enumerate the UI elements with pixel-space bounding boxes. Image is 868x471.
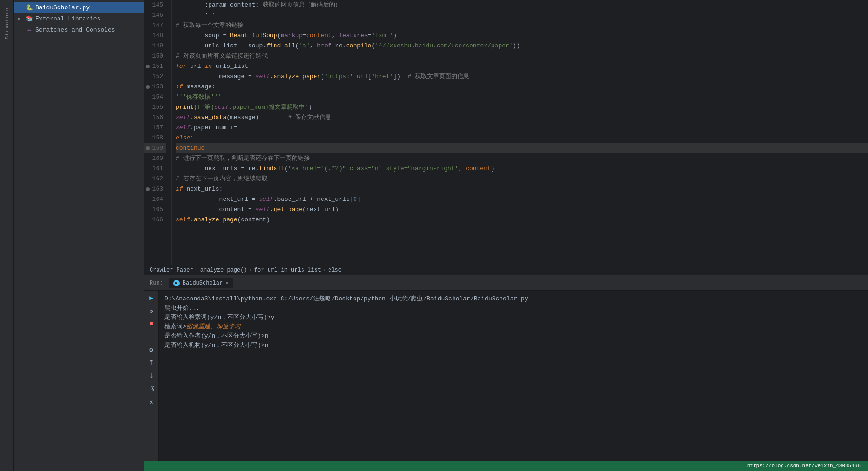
terminal-tabs: Run: ▶ BaiduScholar ✕ (144, 276, 868, 291)
code-view: 1451461471481491501511521531541551561571… (144, 0, 868, 265)
stop-button[interactable]: ■ (146, 318, 157, 329)
line-number: 145 (144, 0, 166, 10)
folder-icon: 📚 (25, 14, 33, 23)
breadcrumb-item-2[interactable]: analyze_page() (200, 267, 247, 273)
status-link: https://blog.csdn.net/weixin_43095466 (743, 463, 864, 469)
main-content: 1451461471481491501511521531541551561571… (144, 0, 868, 471)
code-line: continue (176, 143, 868, 153)
run-button[interactable]: ▶ (146, 292, 157, 303)
terminal-panel: Run: ▶ BaiduScholar ✕ ▶ ↺ ■ ↓ ⚙ ⤒ ⤓ 🖨 ✕ … (144, 275, 868, 461)
sidebar-item-label: BaiduScholar.py (35, 4, 90, 11)
line-number: 161 (144, 164, 166, 174)
tree-arrow: ▶ (18, 16, 25, 21)
down-button[interactable]: ↓ (146, 332, 157, 342)
breadcrumb-sep: › (195, 267, 198, 273)
code-line: soup = BeautifulSoup(markup=content, fea… (176, 31, 868, 41)
line-number: 166 (144, 215, 166, 225)
sidebar-item-external-libraries[interactable]: ▶ 📚 External Libraries (14, 13, 144, 24)
code-line: print(f'第{self.paper_num}篇文章爬取中') (176, 102, 868, 113)
code-line: :param content: 获取的网页信息（解码后的） (176, 0, 868, 10)
code-line: urls_list = soup.find_all('a', href=re.c… (176, 41, 868, 51)
structure-label: Structure (4, 7, 10, 39)
editor-content: 1451461471481491501511521531541551561571… (144, 0, 868, 265)
line-number: 155 (144, 102, 166, 113)
settings-button[interactable]: ⚙ (146, 345, 157, 355)
scroll-bottom-button[interactable]: ⤓ (146, 371, 157, 381)
code-line: self.analyze_page(content) (176, 215, 868, 225)
code-line: if next_urls: (176, 184, 868, 194)
editor-area: 1451461471481491501511521531541551561571… (144, 0, 868, 265)
breadcrumb-item-4[interactable]: else (328, 267, 342, 273)
run-label: Run: (148, 280, 165, 286)
terminal-line: 爬虫开始... (164, 304, 862, 313)
terminal-line: 是否输入机构(y/n，不区分大小写)>n (164, 341, 862, 350)
terminal-line: 是否输入检索词(y/n，不区分大小写)>y (164, 313, 862, 322)
tab-close-button[interactable]: ✕ (225, 280, 229, 286)
code-line: # 进行下一页爬取，判断是否还存在下一页的链接 (176, 153, 868, 164)
line-number: 163 (144, 184, 166, 194)
line-number: 149 (144, 41, 166, 51)
rerun-button[interactable]: ↺ (146, 305, 157, 316)
code-line: message = self.analyze_paper('https:'+ur… (176, 72, 868, 82)
code-line: content = self.get_page(next_url) (176, 205, 868, 215)
line-number: 150 (144, 51, 166, 61)
terminal-tab-baiduscolar[interactable]: ▶ BaiduScholar ✕ (169, 278, 233, 288)
scratch-icon: ✏️ (25, 26, 33, 34)
line-number: 162 (144, 174, 166, 184)
line-number: 152 (144, 72, 166, 82)
terminal-output: D:\Anaconda3\install\python.exe C:/Users… (159, 291, 868, 461)
terminal-line: D:\Anaconda3\install\python.exe C:/Users… (164, 294, 862, 304)
terminal-body: ▶ ↺ ■ ↓ ⚙ ⤒ ⤓ 🖨 ✕ D:\Anaconda3\install\p… (144, 291, 868, 461)
sidebar-item-baiduscolar-py[interactable]: 🐍 BaiduScholar.py (14, 2, 144, 13)
line-number: 157 (144, 123, 166, 133)
breadcrumb-sep: › (249, 267, 252, 273)
code-line: # 获取每一个文章的链接 (176, 20, 868, 31)
line-number: 159 (144, 143, 166, 153)
code-line: ''' (176, 10, 868, 20)
code-line: self.save_data(message) # 保存文献信息 (176, 113, 868, 123)
sidebar-item-scratches-consoles[interactable]: ✏️ Scratches and Consoles (14, 24, 144, 35)
line-number: 165 (144, 205, 166, 215)
code-line: if message: (176, 82, 868, 92)
terminal-line: 是否输入作者(y/n，不区分大小写)>n (164, 332, 862, 341)
line-number: 148 (144, 31, 166, 41)
line-number: 153 (144, 82, 166, 92)
breadcrumb-item-3[interactable]: for url in urls_list (254, 267, 321, 273)
line-numbers: 1451461471481491501511521531541551561571… (144, 0, 172, 265)
line-number: 151 (144, 61, 166, 72)
code-line: # 对该页面所有文章链接进行迭代 (176, 51, 868, 61)
code-line: next_urls = re.findall('<a href="(.*?)" … (176, 164, 868, 174)
line-number: 154 (144, 92, 166, 102)
file-tree: 🐍 BaiduScholar.py ▶ 📚 External Libraries… (14, 0, 144, 471)
sidebar-item-label: External Libraries (35, 15, 100, 22)
code-line: # 若存在下一页内容，则继续爬取 (176, 174, 868, 184)
code-lines[interactable]: :param content: 获取的网页信息（解码后的） ''' # 获取每一… (172, 0, 868, 265)
breadcrumb-bar: Crawler_Paper › analyze_page() › for url… (144, 265, 868, 275)
python-file-icon: 🐍 (25, 3, 33, 12)
code-line: self.paper_num += 1 (176, 123, 868, 133)
structure-sidebar: Structure (0, 0, 14, 471)
scroll-top-button[interactable]: ⤒ (146, 358, 157, 368)
code-line: '''保存数据''' (176, 92, 868, 102)
status-bar: https://blog.csdn.net/weixin_43095466 (144, 461, 868, 471)
project-sidebar: 🐍 BaiduScholar.py ▶ 📚 External Libraries… (14, 0, 144, 471)
code-line: for url in urls_list: (176, 61, 868, 72)
code-line: next_url = self.base_url + next_urls[0] (176, 194, 868, 205)
breadcrumb-item-1[interactable]: Crawler_Paper (150, 267, 193, 273)
sidebar-item-label: Scratches and Consoles (35, 27, 115, 33)
code-line: else: (176, 133, 868, 143)
print-button[interactable]: 🖨 (146, 384, 157, 394)
tab-label: BaiduScholar (183, 280, 223, 286)
line-number: 146 (144, 10, 166, 20)
line-number: 147 (144, 20, 166, 31)
tab-icon: ▶ (173, 280, 180, 286)
terminal-line: 检索词>图像重建、深度学习 (164, 322, 862, 332)
status-link-text[interactable]: https://blog.csdn.net/weixin_43095466 (747, 463, 861, 469)
terminal-toolbar: ▶ ↺ ■ ↓ ⚙ ⤒ ⤓ 🖨 ✕ (144, 291, 159, 461)
line-number: 156 (144, 113, 166, 123)
close-button[interactable]: ✕ (146, 397, 157, 407)
line-number: 160 (144, 153, 166, 164)
line-number: 164 (144, 194, 166, 205)
breadcrumb-sep: › (323, 267, 326, 273)
line-number: 158 (144, 133, 166, 143)
